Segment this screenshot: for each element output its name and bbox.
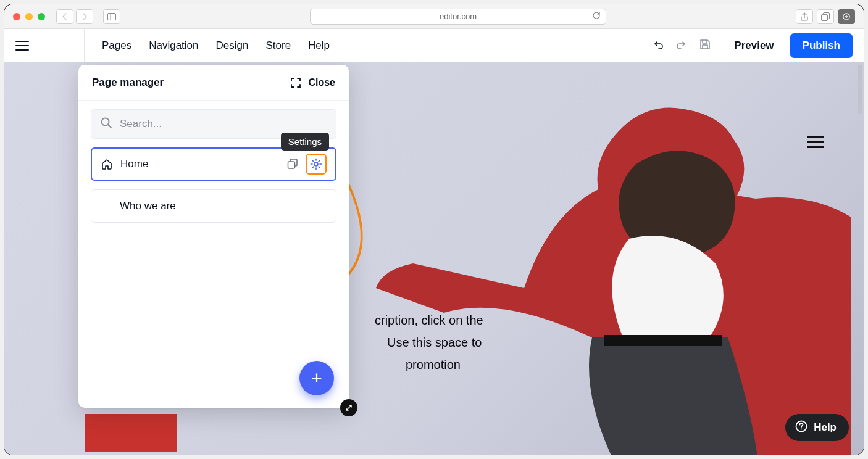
page-manager-panel: Page manager Close Search... Settings (78, 65, 349, 408)
search-icon (100, 117, 112, 132)
minimize-window-icon[interactable] (25, 13, 33, 20)
page-label: Home (120, 158, 148, 170)
page-item-home[interactable]: Home (91, 147, 336, 181)
svg-rect-9 (288, 162, 295, 168)
help-icon (795, 420, 807, 436)
downloads-icon[interactable] (838, 9, 855, 24)
scrollbar-thumb[interactable] (858, 65, 862, 114)
menu-store[interactable]: Store (265, 39, 291, 52)
preview-button[interactable]: Preview (720, 39, 787, 52)
close-label: Close (308, 77, 335, 88)
save-button[interactable] (699, 38, 711, 53)
browser-forward-button[interactable] (76, 9, 93, 24)
redo-button[interactable] (675, 38, 688, 53)
gear-icon (310, 158, 322, 170)
sidebar-toggle-icon[interactable] (103, 9, 120, 24)
collapse-icon (291, 78, 301, 88)
undo-button[interactable] (652, 38, 664, 53)
tabs-icon[interactable] (817, 9, 834, 24)
publish-button[interactable]: Publish (790, 33, 853, 58)
url-text: editor.com (440, 12, 477, 21)
close-window-icon[interactable] (13, 13, 20, 20)
browser-window: editor.com Pages Navigation Design St (4, 4, 864, 455)
menu-design[interactable]: Design (216, 39, 249, 52)
window-controls (13, 13, 45, 20)
main-menu-button[interactable] (4, 29, 85, 62)
browser-chrome: editor.com (4, 4, 864, 29)
help-label: Help (814, 421, 837, 434)
svg-rect-3 (822, 14, 828, 20)
share-icon[interactable] (796, 9, 813, 24)
svg-rect-0 (108, 13, 116, 20)
editor-toolbar: Pages Navigation Design Store Help Previ… (4, 29, 864, 62)
svg-point-10 (314, 162, 318, 166)
search-placeholder: Search... (120, 118, 162, 130)
add-page-button[interactable]: + (299, 361, 334, 395)
page-label: Who we are (120, 200, 176, 212)
editor-canvas[interactable]: ance c xxxxxxxxxxxxxxxxxxxxxxxxxxxxxxxxx… (4, 62, 864, 455)
site-hamburger-icon[interactable] (807, 136, 824, 148)
close-panel-button[interactable]: Close (291, 77, 335, 88)
page-settings-button[interactable] (306, 154, 327, 175)
panel-resize-handle[interactable] (340, 399, 357, 416)
cta-block[interactable] (85, 414, 177, 452)
hamburger-icon (15, 41, 29, 51)
settings-tooltip: Settings (281, 133, 329, 151)
menu-bar: Pages Navigation Design Store Help (85, 39, 330, 52)
svg-point-6 (102, 118, 109, 125)
duplicate-icon[interactable] (287, 159, 298, 170)
help-button[interactable]: Help (785, 414, 849, 441)
page-item-who-we-are[interactable]: Who we are (91, 189, 336, 223)
svg-rect-5 (604, 335, 722, 346)
maximize-window-icon[interactable] (38, 13, 45, 20)
hero-figure-image (370, 97, 851, 455)
menu-navigation[interactable]: Navigation (149, 39, 198, 52)
svg-line-7 (109, 125, 112, 128)
reload-icon[interactable] (592, 11, 601, 22)
address-bar[interactable]: editor.com (310, 9, 606, 25)
plus-icon: + (311, 368, 322, 389)
menu-help[interactable]: Help (308, 39, 330, 52)
home-icon (101, 158, 113, 170)
svg-point-12 (801, 428, 802, 429)
browser-back-button[interactable] (56, 9, 73, 24)
panel-title: Page manager (92, 76, 164, 89)
menu-pages[interactable]: Pages (102, 39, 131, 52)
